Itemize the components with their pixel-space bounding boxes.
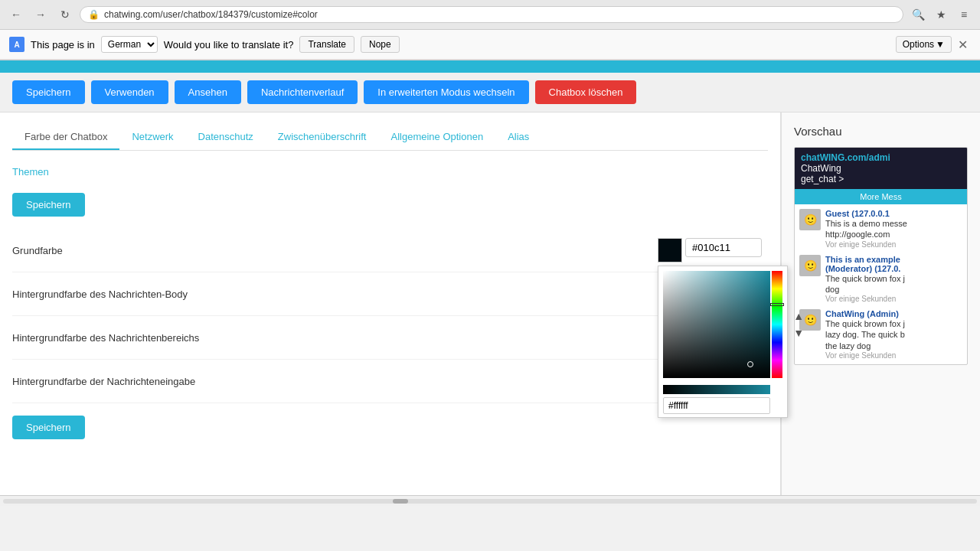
nachrichteneingabe-label: Hintergrundfarbe der Nachrichteneingabe xyxy=(12,376,740,387)
chatbox-preview: chatWING.com/admi ChatWing get_chat > Mo… xyxy=(794,147,968,365)
scrollbar-track[interactable] xyxy=(3,499,977,504)
chat-brand-chat: chat xyxy=(801,152,820,163)
main-toolbar: Speichern Verwenden Ansehen Nachrichtenv… xyxy=(0,73,980,112)
chat-msg-time-1: Vor einige Sekunden xyxy=(825,240,962,249)
chat-msg-text-2: The quick brown fox jdog xyxy=(825,273,962,295)
chat-msg-content-3: ChatWing (Admin) The quick brown fox jla… xyxy=(825,309,962,360)
chat-message-3: 🙂 ChatWing (Admin) The quick brown fox j… xyxy=(799,309,962,360)
grundfarbe-row: Grundfarbe xyxy=(12,229,768,272)
speichern-button[interactable]: Speichern xyxy=(12,80,85,104)
tab-alias[interactable]: Alias xyxy=(495,125,541,150)
picker-arrow-down[interactable]: ▼ xyxy=(793,327,804,339)
left-panel: Farbe der Chatbox Netzwerk Datenschutz Z… xyxy=(0,112,781,495)
chat-header: chatWING.com/admi ChatWing get_chat > xyxy=(795,148,967,189)
avatar-1: 🙂 xyxy=(799,209,821,230)
nachrichtenverlauf-button[interactable]: Nachrichtenverlauf xyxy=(247,80,358,104)
translate-icon: A xyxy=(9,37,24,52)
guest-username: Guest xyxy=(825,209,849,218)
lock-icon: 🔒 xyxy=(88,9,100,20)
translation-bar: A This page is in German Would you like … xyxy=(0,30,980,60)
footer-save-button[interactable]: Speichern xyxy=(12,416,85,439)
reload-button[interactable]: ↻ xyxy=(55,5,75,24)
chat-msg-content-2: This is an example(Moderator) (127.0. Th… xyxy=(825,255,962,304)
guest-ip: (127.0.0.1 xyxy=(851,209,890,218)
chat-brand: chatWING.com/admi xyxy=(801,152,961,163)
chat-brand-wing: WING xyxy=(820,152,845,163)
grundfarbe-input[interactable] xyxy=(685,238,762,257)
chat-msg-time-2: Vor einige Sekunden xyxy=(825,295,962,303)
nav-right: 🔍 ★ ≡ xyxy=(908,5,974,24)
tab-zwischenueberschrift[interactable]: Zwischenüberschrift xyxy=(266,125,379,150)
tab-netzwerk[interactable]: Netzwerk xyxy=(119,125,185,150)
options-button[interactable]: Options ▼ xyxy=(896,36,952,53)
chatbox-loeschen-button[interactable]: Chatbox löschen xyxy=(535,80,637,104)
color-section: Speichern Grundfarbe xyxy=(12,193,768,452)
chat-message-1: 🙂 Guest (127.0.0.1 This is a demo messeh… xyxy=(799,209,962,249)
chat-brand-name: ChatWing xyxy=(801,163,961,174)
tab-datenschutz[interactable]: Datenschutz xyxy=(186,125,266,150)
star-button[interactable]: ★ xyxy=(931,5,951,24)
chat-msg-text-3: The quick brown fox jlazy dog. The quick… xyxy=(825,318,962,351)
zoom-button[interactable]: 🔍 xyxy=(908,5,928,24)
hue-strip[interactable] xyxy=(772,271,782,378)
picker-arrow-up[interactable]: ▲ xyxy=(793,310,804,322)
options-label: Options xyxy=(903,39,934,50)
color-bottom-gradient[interactable] xyxy=(663,385,770,394)
chat-msg-header-1: Guest (127.0.0.1 xyxy=(825,209,962,218)
browser-nav: ← → ↻ 🔒 chatwing.com/user/chatbox/184379… xyxy=(0,0,980,30)
ansehen-button[interactable]: Ansehen xyxy=(175,80,241,104)
chat-msg-time-3: Vor einige Sekunden xyxy=(825,351,962,360)
chat-messages: 🙂 Guest (127.0.0.1 This is a demo messeh… xyxy=(795,204,967,364)
chevron-down-icon: ▼ xyxy=(936,39,945,50)
browser-chrome: ← → ↻ 🔒 chatwing.com/user/chatbox/184379… xyxy=(0,0,980,60)
hue-slider[interactable] xyxy=(770,303,784,306)
verwenden-button[interactable]: Verwenden xyxy=(91,80,168,104)
tab-farbe[interactable]: Farbe der Chatbox xyxy=(12,125,119,150)
more-messages-btn[interactable]: More Mess xyxy=(795,189,967,204)
color-picker-popup: ▲ ▼ #ffffff xyxy=(658,266,788,418)
moderator-username: This is an example(Moderator) (127.0. xyxy=(825,255,900,273)
chat-msg-header-2: This is an example(Moderator) (127.0. xyxy=(825,255,962,273)
main-content: Farbe der Chatbox Netzwerk Datenschutz Z… xyxy=(0,112,980,495)
chat-msg-content-1: Guest (127.0.0.1 This is a demo messehtt… xyxy=(825,209,962,249)
back-button[interactable]: ← xyxy=(6,5,26,24)
picker-arrows: ▲ ▼ xyxy=(793,271,804,378)
nachrichtenbereichs-row: Hintergrundfarbe des Nachrichtenbereichs xyxy=(12,316,768,360)
nachrichten-body-row: Hintergrundfarbe des Nachrichten-Body xyxy=(12,272,768,316)
chat-msg-header-3: ChatWing (Admin) xyxy=(825,309,962,318)
address-bar-icons: 🔒 xyxy=(88,9,100,20)
nachrichtenbereichs-label: Hintergrundfarbe des Nachrichtenbereichs xyxy=(12,332,740,344)
translate-button[interactable]: Translate xyxy=(299,36,354,53)
tabs-container: Farbe der Chatbox Netzwerk Datenschutz Z… xyxy=(12,125,768,151)
nachrichteneingabe-row: Hintergrundfarbe der Nachrichteneingabe xyxy=(12,360,768,403)
chat-get-chat: get_chat > xyxy=(801,174,961,184)
forward-button[interactable]: → xyxy=(31,5,51,24)
menu-button[interactable]: ≡ xyxy=(954,5,974,24)
admin-username: ChatWing (Admin) xyxy=(825,309,899,318)
page-is-in-text: This page is in xyxy=(31,39,95,51)
nope-button[interactable]: Nope xyxy=(361,36,400,53)
grundfarbe-label: Grundfarbe xyxy=(12,245,658,256)
address-bar: 🔒 chatwing.com/user/chatbox/184379/custo… xyxy=(80,6,903,23)
spectrum-brightness xyxy=(663,271,770,378)
inner-save-button[interactable]: Speichern xyxy=(12,193,85,217)
nachrichten-body-label: Hintergrundfarbe des Nachrichten-Body xyxy=(12,289,740,300)
translate-question: Would you like to translate it? xyxy=(164,39,294,51)
language-select[interactable]: German xyxy=(101,36,158,53)
grundfarbe-swatch[interactable] xyxy=(658,238,682,262)
app-header xyxy=(0,60,980,73)
chat-msg-text-1: This is a demo messehttp://google.com xyxy=(825,218,962,240)
scrollbar-thumb[interactable] xyxy=(393,499,408,504)
scrollbar-area xyxy=(0,495,980,506)
preview-title: Vorschau xyxy=(794,125,968,138)
tab-allgemeine[interactable]: Allgemeine Optionen xyxy=(378,125,495,150)
erweiterter-modus-button[interactable]: In erweiterten Modus wechseln xyxy=(364,80,528,104)
chat-message-2: 🙂 This is an example(Moderator) (127.0. … xyxy=(799,255,962,304)
color-spectrum-container[interactable] xyxy=(663,271,770,378)
themes-link[interactable]: Themen xyxy=(12,163,49,187)
right-panel: Vorschau chatWING.com/admi ChatWing get_… xyxy=(781,112,980,495)
color-hex-input[interactable]: #ffffff xyxy=(663,397,770,414)
address-url: chatwing.com/user/chatbox/184379/customi… xyxy=(104,9,895,20)
close-translate-button[interactable]: ✕ xyxy=(955,37,971,52)
chat-brand-suffix: .com/admi xyxy=(844,152,890,163)
